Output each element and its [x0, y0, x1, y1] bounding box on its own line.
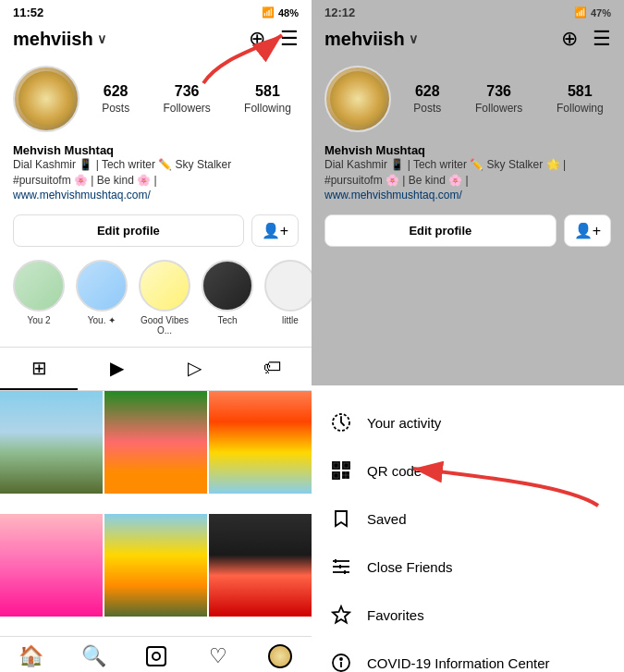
menu-item-saved[interactable]: Saved: [312, 495, 624, 543]
qr-code-label: QR code: [367, 463, 422, 479]
svg-rect-1: [147, 647, 165, 666]
username-area-right[interactable]: mehviish ∨: [324, 29, 418, 50]
favorites-label: Favorites: [367, 607, 424, 623]
menu-item-close-friends[interactable]: Close Friends: [312, 543, 624, 591]
edit-profile-button-right[interactable]: Edit profile: [324, 214, 557, 247]
svg-rect-15: [347, 476, 349, 478]
edit-profile-button-left[interactable]: Edit profile: [13, 214, 244, 247]
add-post-button[interactable]: ⊕: [249, 27, 265, 51]
photo-cell[interactable]: [0, 514, 103, 617]
avatar-right[interactable]: [324, 66, 391, 132]
username-area-left[interactable]: mehviish ∨: [13, 29, 106, 50]
highlight-item[interactable]: little: [264, 260, 312, 336]
covid-label: COVID-19 Information Center: [367, 655, 550, 671]
status-icons-right: 📶 47%: [574, 6, 611, 18]
menu-item-qr-code[interactable]: QR code: [312, 446, 624, 495]
header-right: mehviish ∨ ⊕ ☰: [312, 23, 624, 58]
photo-cell[interactable]: [104, 514, 207, 617]
nav-home[interactable]: 🏠: [0, 644, 62, 668]
time-right: 12:12: [324, 6, 355, 19]
covid-icon: [330, 652, 352, 672]
your-activity-label: Your activity: [367, 415, 441, 431]
svg-point-25: [340, 658, 342, 660]
highlight-circle: [264, 260, 312, 312]
saved-icon: [330, 507, 352, 530]
tabs-row-left: ⊞ ▶ ▷ 🏷: [0, 347, 312, 391]
highlight-circle: [13, 260, 65, 312]
highlight-circle: [76, 260, 128, 312]
status-bar-right: 12:12 📶 47%: [312, 0, 624, 23]
highlight-circle: [139, 260, 190, 312]
close-friends-label: Close Friends: [367, 559, 453, 575]
photo-cell[interactable]: [104, 391, 207, 494]
username-left: mehviish: [13, 29, 93, 50]
saved-label: Saved: [367, 511, 407, 527]
photo-cell[interactable]: [0, 391, 103, 494]
time-left: 11:52: [13, 6, 43, 19]
header-icons-left: ⊕ ☰: [249, 27, 299, 51]
profile-section-right: 628 Posts 736 Followers 581 Following: [312, 58, 624, 140]
chevron-down-icon: ∨: [97, 31, 106, 46]
menu-item-favorites[interactable]: Favorites: [312, 591, 624, 639]
svg-rect-13: [347, 472, 349, 474]
avatar-left[interactable]: [13, 66, 80, 132]
menu-button-left[interactable]: ☰: [280, 27, 299, 51]
highlight-item[interactable]: Tech: [202, 260, 253, 336]
chevron-down-icon-right: ∨: [409, 31, 418, 46]
menu-button-right[interactable]: ☰: [593, 27, 611, 51]
left-panel: 11:52 📶 48% mehviish ∨ ⊕ ☰ 628 Posts 736: [0, 0, 312, 672]
status-bar-left: 11:52 📶 48%: [0, 0, 312, 23]
stat-following-left: 581 Following: [244, 83, 291, 115]
tab-grid[interactable]: ⊞: [0, 348, 78, 390]
photo-grid-left: [0, 391, 312, 636]
nav-profile[interactable]: [250, 644, 312, 668]
stat-followers-left: 736 Followers: [163, 83, 210, 115]
status-icons-left: 📶 48%: [262, 6, 299, 18]
nav-likes[interactable]: ♡: [187, 644, 249, 668]
stats-row-right: 628 Posts 736 Followers 581 Following: [406, 83, 611, 115]
header-left: mehviish ∨ ⊕ ☰: [0, 23, 312, 58]
nav-search[interactable]: 🔍: [62, 644, 124, 668]
header-icons-right: ⊕ ☰: [561, 27, 611, 51]
username-right: mehviish: [324, 29, 405, 50]
stats-row-left: 628 Posts 736 Followers 581 Following: [94, 83, 299, 115]
svg-point-2: [153, 653, 160, 660]
favorites-icon: [330, 604, 352, 626]
photo-cell[interactable]: [209, 514, 312, 617]
your-activity-icon: [330, 411, 352, 434]
svg-rect-10: [345, 464, 348, 467]
stat-posts-left: 628 Posts: [102, 83, 129, 115]
svg-rect-14: [343, 476, 345, 478]
photo-cell[interactable]: [209, 391, 312, 494]
svg-marker-22: [333, 606, 349, 623]
highlight-circle: [202, 260, 253, 312]
highlights-row-left: You 2 You. ✦ Good Vibes O... Tech little: [0, 252, 312, 343]
highlight-item[interactable]: Good Vibes O...: [139, 260, 190, 336]
action-buttons-left: Edit profile 👤+: [0, 209, 312, 252]
add-friend-button-right[interactable]: 👤+: [564, 214, 611, 247]
menu-item-your-activity[interactable]: Your activity: [312, 398, 624, 446]
nav-reels[interactable]: [125, 644, 187, 668]
bio-left: Mehvish Mushtaq Dial Kashmir 📱 | Tech wr…: [0, 140, 312, 209]
dimmed-profile-bg: 12:12 📶 47% mehviish ∨ ⊕ ☰ 6: [312, 0, 624, 385]
close-friends-icon: [330, 556, 352, 578]
right-panel: 12:12 📶 47% mehviish ∨ ⊕ ☰ 6: [312, 0, 624, 672]
add-post-button-right[interactable]: ⊕: [561, 27, 578, 51]
tab-play[interactable]: ▷: [156, 348, 234, 390]
bottom-nav-left: 🏠 🔍 ♡: [0, 636, 312, 672]
highlight-item[interactable]: You 2: [13, 260, 65, 336]
profile-section-left: 628 Posts 736 Followers 581 Following: [0, 58, 312, 140]
tab-reels[interactable]: ▶: [78, 348, 155, 390]
qr-code-icon: [330, 459, 352, 482]
bio-right: Mehvish Mushtaq Dial Kashmir 📱 | Tech wr…: [312, 140, 624, 209]
svg-rect-11: [335, 474, 337, 477]
svg-rect-9: [335, 464, 337, 467]
menu-item-covid[interactable]: COVID-19 Information Center: [312, 639, 624, 672]
tab-tagged[interactable]: 🏷: [234, 348, 312, 390]
svg-rect-12: [343, 472, 345, 474]
highlight-item[interactable]: You. ✦: [76, 260, 128, 336]
add-friend-button-left[interactable]: 👤+: [251, 214, 299, 247]
action-buttons-right: Edit profile 👤+: [312, 209, 624, 252]
